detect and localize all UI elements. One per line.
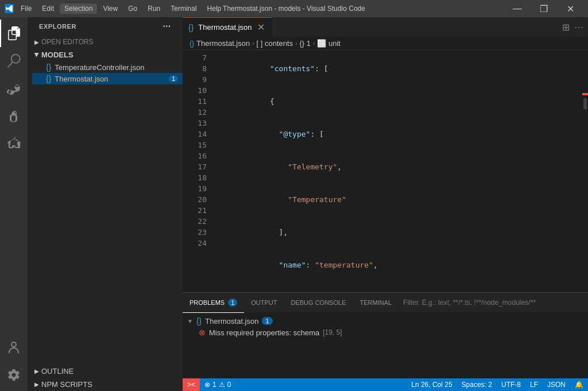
menu-run[interactable]: Run — [143, 3, 165, 14]
sidebar: EXPLORER ⋯ ▶ OPEN EDITORS ▶ MODELS {} — [28, 17, 183, 391]
line-num-20: 20 — [183, 194, 207, 205]
output-tab-label: OUTPUT — [251, 299, 277, 306]
breadcrumb-file-label: Thermostat.json — [196, 39, 250, 48]
tab-debug-console[interactable]: DEBUG CONSOLE — [284, 293, 353, 313]
tab-label-thermostat: Thermostat.json — [198, 23, 252, 32]
file-name-thermostat: Thermostat.json — [55, 75, 108, 83]
tab-terminal[interactable]: TERMINAL — [353, 293, 399, 313]
tab-thermostat[interactable]: {} Thermostat.json ✕ — [183, 17, 272, 37]
error-icon-status: ⊗ — [204, 381, 210, 389]
code-content[interactable]: "contents": [ { "@type": [ "Telemetry", — [211, 50, 588, 292]
tab-bar: {} Thermostat.json ✕ ⊞ ⋯ — [183, 17, 588, 37]
status-encoding[interactable]: UTF-8 — [497, 378, 525, 391]
status-language[interactable]: JSON — [543, 378, 570, 391]
status-eol[interactable]: LF — [525, 378, 543, 391]
panel-content: ▼ {} Thermostat.json 1 ⊗ Miss required p… — [183, 313, 588, 378]
menu-edit[interactable]: Edit — [37, 3, 59, 14]
models-header[interactable]: ▶ MODELS — [28, 48, 183, 61]
code-line-7: "contents": [ — [216, 52, 588, 85]
line-num-16: 16 — [183, 150, 207, 161]
menu-file[interactable]: File — [16, 3, 36, 14]
minimize-button[interactable]: — — [504, 0, 531, 17]
line-num-23: 23 — [183, 227, 207, 238]
sidebar-title: EXPLORER — [39, 23, 76, 30]
maximize-button[interactable]: ❐ — [531, 0, 557, 17]
problem-item-text: Miss required properties: schema — [209, 328, 319, 337]
sidebar-header: EXPLORER ⋯ — [28, 17, 183, 36]
outline-header[interactable]: ▶ OUTLINE — [28, 365, 183, 378]
accounts-activity-icon[interactable] — [0, 334, 28, 361]
json-file-icon-temperature: {} — [46, 63, 51, 72]
remote-icon: >< — [187, 381, 195, 389]
menu-go[interactable]: Go — [123, 3, 142, 14]
open-editors-label: OPEN EDITORS — [41, 38, 93, 46]
problem-item-schema[interactable]: ⊗ Miss required properties: schema [19, … — [187, 327, 583, 338]
line-num-10: 10 — [183, 85, 207, 96]
code-editor[interactable]: 7 8 9 10 11 12 13 14 15 16 17 18 19 20 2… — [183, 50, 588, 292]
breadcrumb-1-label: {} 1 — [300, 39, 311, 48]
status-spaces[interactable]: Spaces: 2 — [457, 378, 497, 391]
file-item-temperature-controller[interactable]: {} TemperatureController.json — [32, 61, 183, 73]
settings-activity-icon[interactable] — [0, 361, 28, 389]
tab-problems[interactable]: PROBLEMS 1 — [183, 293, 244, 313]
line-num-12: 12 — [183, 107, 207, 118]
main-layout: EXPLORER ⋯ ▶ OPEN EDITORS ▶ MODELS {} — [0, 17, 588, 391]
source-control-activity-icon[interactable] — [0, 75, 28, 102]
explorer-activity-icon[interactable] — [0, 20, 28, 47]
filter-input[interactable] — [403, 299, 583, 307]
menu-view[interactable]: View — [98, 3, 122, 14]
npm-scripts-section: ▶ NPM SCRIPTS — [28, 378, 183, 391]
breadcrumb: {} Thermostat.json › [ ] contents › {} 1… — [183, 37, 588, 50]
breadcrumb-1[interactable]: {} 1 — [300, 39, 311, 48]
extensions-activity-icon[interactable] — [0, 130, 28, 157]
search-activity-icon[interactable] — [0, 47, 28, 75]
error-circle-icon: ⊗ — [199, 328, 206, 337]
status-remote[interactable]: >< — [183, 378, 200, 391]
outline-chevron: ▶ — [34, 368, 39, 374]
breadcrumb-file-icon: {} — [189, 40, 194, 48]
editor-area: {} Thermostat.json ✕ ⊞ ⋯ {} Thermostat.j… — [183, 17, 588, 391]
menu-selection[interactable]: Selection — [60, 3, 97, 14]
more-actions-icon[interactable]: ⋯ — [573, 21, 585, 34]
spaces-label: Spaces: 2 — [462, 381, 492, 389]
error-scroll-marker — [582, 93, 588, 95]
tab-close-thermostat[interactable]: ✕ — [257, 23, 266, 32]
breadcrumb-sep-2: › — [295, 40, 297, 47]
problems-tab-label: PROBLEMS — [189, 299, 225, 306]
split-editor-icon[interactable]: ⊞ — [561, 21, 571, 34]
file-item-thermostat[interactable]: {} Thermostat.json 1 — [32, 73, 183, 84]
npm-scripts-header[interactable]: ▶ NPM SCRIPTS — [28, 378, 183, 391]
close-button[interactable]: ✕ — [557, 0, 583, 17]
problem-group-thermostat[interactable]: ▼ {} Thermostat.json 1 — [187, 315, 583, 327]
breadcrumb-sep-1: › — [252, 40, 254, 47]
scrollbar-track[interactable] — [582, 50, 588, 292]
outline-section: ▶ OUTLINE — [28, 365, 183, 378]
titlebar-left: File Edit Selection View Go Run Terminal… — [5, 3, 226, 14]
breadcrumb-file[interactable]: {} Thermostat.json — [189, 39, 250, 48]
outline-label: OUTLINE — [41, 367, 74, 375]
code-line-9: "@type": [ — [216, 118, 588, 150]
line-num-14: 14 — [183, 129, 207, 140]
tab-output[interactable]: OUTPUT — [244, 293, 284, 313]
encoding-label: UTF-8 — [501, 381, 521, 389]
menu-terminal[interactable]: Terminal — [166, 3, 201, 14]
sidebar-spacer — [28, 84, 183, 365]
problem-item-location: [19, 5] — [323, 328, 342, 336]
line-num-17: 17 — [183, 161, 207, 172]
models-label: MODELS — [41, 51, 74, 59]
scrollbar-thumb[interactable] — [583, 98, 587, 110]
status-errors[interactable]: ⊗ 1 ⚠ 0 — [200, 378, 235, 391]
code-line-14: "displayName" : "Temperature", — [216, 281, 588, 292]
new-file-icon[interactable]: ⋯ — [163, 22, 171, 31]
run-debug-activity-icon[interactable] — [0, 102, 28, 130]
line-num-11: 11 — [183, 96, 207, 107]
window-controls: — ❐ ✕ — [504, 0, 583, 17]
open-editors-header[interactable]: ▶ OPEN EDITORS — [28, 36, 183, 48]
code-line-12: ], — [216, 216, 588, 249]
json-file-icon-thermostat: {} — [46, 74, 51, 83]
breadcrumb-unit[interactable]: ⬜ unit — [317, 39, 341, 48]
breadcrumb-contents[interactable]: [ ] contents — [257, 39, 293, 48]
line-num-8: 8 — [183, 63, 207, 74]
status-notifications[interactable]: 🔔 — [570, 378, 588, 391]
status-position[interactable]: Ln 26, Col 25 — [407, 378, 457, 391]
